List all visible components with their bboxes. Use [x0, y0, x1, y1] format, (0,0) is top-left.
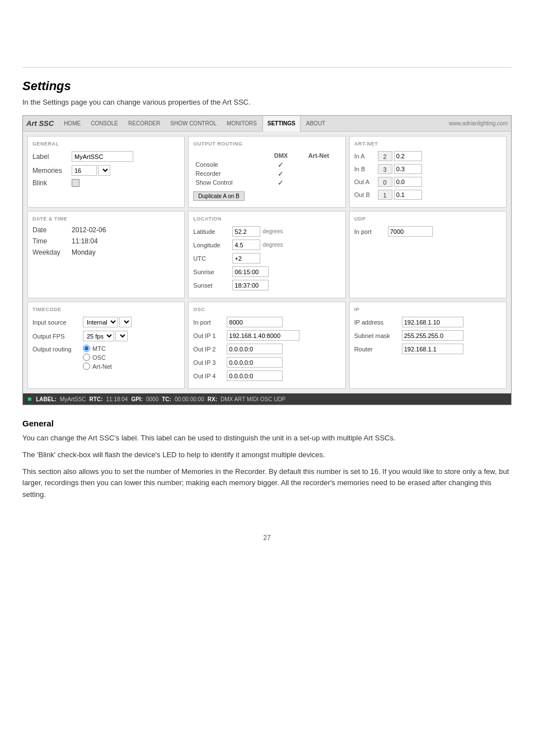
artnet-inb-input[interactable] — [394, 164, 422, 174]
artnet-outa-input[interactable] — [394, 177, 422, 187]
col-artnet: Art-Net — [297, 151, 341, 160]
status-indicator: ■ — [27, 395, 31, 403]
routing-osc-label: OSC — [92, 354, 106, 361]
artnet-outa-row: Out A 0 — [354, 177, 502, 187]
console-dmx-check[interactable]: ✓ — [278, 161, 284, 169]
weekday-label: Weekday — [32, 248, 72, 256]
weekday-value: Monday — [72, 248, 96, 256]
routing-artnet-label: Art-Net — [92, 363, 112, 370]
osc-outip4-input[interactable] — [227, 370, 283, 381]
subnet-mask-input[interactable] — [402, 330, 463, 341]
duplicate-btn[interactable]: Duplicate A on B — [193, 191, 244, 201]
osc-outip3-input[interactable] — [227, 357, 283, 368]
nav-url: www.adrianlighting.com — [449, 120, 508, 126]
nav-monitors[interactable]: MONITORS — [222, 116, 261, 132]
artnet-inb-row: In B 3 — [354, 164, 502, 174]
longitude-input[interactable] — [232, 240, 260, 250]
page-title: Settings — [22, 79, 512, 93]
osc-outip3-label: Out IP 3 — [193, 359, 227, 366]
artnet-outb-box: 1 — [378, 190, 392, 200]
status-label-key: LABEL: — [36, 396, 57, 402]
input-source-select[interactable]: Internal — [83, 317, 118, 327]
general-para2: The 'Blink' check-box will flash the dev… — [22, 449, 512, 461]
output-fps-select[interactable]: 25 fps — [83, 331, 114, 341]
routing-recorder-row: Recorder ✓ — [193, 169, 340, 178]
status-gpi-val: 0000 — [146, 396, 158, 402]
routing-artnet-radio[interactable] — [83, 363, 90, 370]
timecode-title: TIMECODE — [32, 307, 180, 312]
nav-console[interactable]: CONSOLE — [86, 116, 123, 132]
osc-panel: OSC In port Out IP 1 Out IP 2 Out IP 3 — [188, 302, 345, 389]
recorder-dmx-check[interactable]: ✓ — [278, 170, 284, 178]
routing-mtc-label: MTC — [92, 345, 106, 352]
ip-address-label: IP address — [354, 319, 402, 326]
date-value: 2012-02-06 — [72, 226, 106, 234]
label-input[interactable] — [72, 151, 133, 162]
artnet-outb-row: Out B 1 — [354, 190, 502, 200]
subnet-mask-label: Subnet mask — [354, 332, 402, 339]
sunset-input[interactable] — [232, 280, 269, 290]
status-rx-val: DMX ART MIDI OSC UDP — [221, 396, 285, 402]
osc-inport-input[interactable] — [227, 317, 283, 327]
blink-checkbox[interactable] — [72, 179, 79, 187]
artnet-ina-label: In A — [354, 153, 378, 159]
ip-address-input[interactable] — [402, 317, 463, 327]
sunset-label: Sunset — [193, 282, 232, 289]
show-control-dmx-check[interactable]: ✓ — [278, 179, 284, 187]
latitude-input[interactable] — [232, 226, 260, 237]
artnet-outa-label: Out A — [354, 179, 378, 185]
datetime-panel: DATE & TIME Date 2012-02-06 Time 11:18:0… — [27, 211, 185, 298]
osc-inport-label: In port — [193, 319, 227, 326]
routing-mtc-radio[interactable] — [83, 345, 90, 352]
nav-show-control[interactable]: SHOW CONTROL — [166, 116, 221, 132]
artnet-panel: ART-NET In A 2 In B 3 Out A 0 — [349, 136, 507, 208]
output-routing-panel: OUTPUT ROUTING DMX Art-Net Console ✓ — [188, 136, 345, 208]
blink-label: Blink — [32, 179, 72, 187]
app-frame: Art SSC HOME CONSOLE RECORDER SHOW CONTR… — [22, 115, 512, 405]
input-source-label: Input source — [32, 319, 83, 326]
routing-table: DMX Art-Net Console ✓ Recorder ✓ — [193, 151, 340, 187]
timecode-panel: TIMECODE Input source Internal ▼ Output … — [27, 302, 185, 389]
longitude-unit: degrees — [263, 242, 283, 248]
general-panel: GENERAL Label Memories ▼ Blink — [27, 136, 185, 208]
status-rtc-val: 11:18:04 — [106, 396, 128, 402]
osc-outip1-input[interactable] — [227, 330, 299, 341]
router-input[interactable] — [402, 344, 463, 354]
nav-bar: Art SSC HOME CONSOLE RECORDER SHOW CONTR… — [23, 116, 511, 132]
udp-inport-input[interactable] — [388, 226, 433, 237]
general-title: GENERAL — [32, 141, 180, 147]
artnet-outb-input[interactable] — [394, 190, 422, 200]
artnet-inb-box: 3 — [378, 164, 392, 174]
input-source-dropdown[interactable]: ▼ — [119, 317, 132, 327]
artnet-title: ART-NET — [354, 141, 502, 147]
artnet-ina-box: 2 — [378, 151, 392, 161]
nav-recorder[interactable]: RECORDER — [124, 116, 165, 132]
memories-label: Memories — [32, 167, 72, 175]
nav-logo: Art SSC — [26, 119, 54, 128]
sunrise-input[interactable] — [232, 266, 269, 277]
artnet-inb-label: In B — [354, 166, 378, 172]
osc-outip2-input[interactable] — [227, 344, 283, 354]
status-rx-key: RX: — [208, 396, 217, 402]
nav-settings[interactable]: SETTINGS — [263, 116, 301, 132]
time-label: Time — [32, 237, 72, 245]
artnet-ina-input[interactable] — [394, 151, 422, 161]
nav-about[interactable]: ABOUT — [302, 116, 330, 132]
location-panel: LOCATION Latitude degrees Longitude degr… — [188, 211, 345, 298]
udp-panel: UDP In port — [349, 211, 507, 298]
osc-title: OSC — [193, 307, 340, 312]
status-tc-val: 00:00:00:00 — [175, 396, 204, 402]
memories-input[interactable] — [72, 165, 97, 176]
routing-osc-radio[interactable] — [83, 354, 90, 361]
nav-home[interactable]: HOME — [59, 116, 85, 132]
osc-outip1-label: Out IP 1 — [193, 332, 227, 339]
col-dmx: DMX — [265, 151, 297, 160]
date-label: Date — [32, 226, 72, 234]
memories-dropdown[interactable]: ▼ — [98, 165, 110, 176]
output-fps-dropdown[interactable]: ▼ — [115, 331, 128, 341]
osc-outip2-label: Out IP 2 — [193, 346, 227, 353]
output-fps-label: Output FPS — [32, 333, 83, 340]
utc-label: UTC — [193, 255, 232, 262]
time-value: 11:18:04 — [72, 237, 98, 245]
utc-input[interactable] — [232, 253, 260, 264]
